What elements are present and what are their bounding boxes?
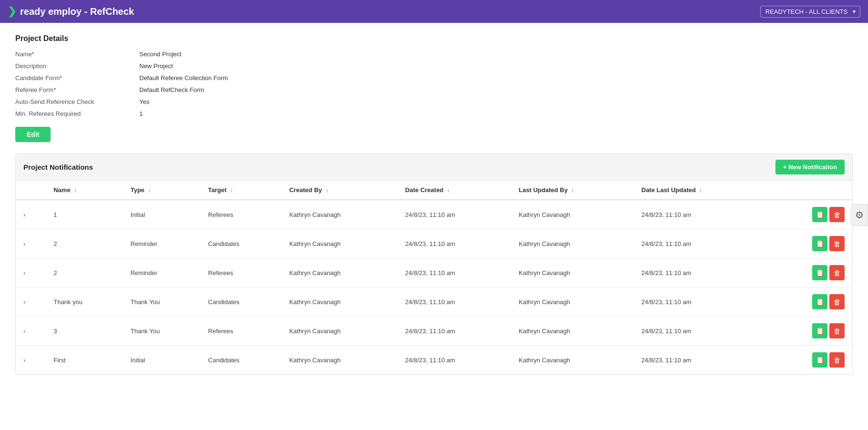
- actions-cell: 📋🗑: [774, 265, 845, 280]
- col-last-updated-by[interactable]: Last Updated By ↕: [511, 181, 634, 200]
- cell-created-by: Kathryn Cavanagh: [282, 229, 397, 258]
- delete-row-button[interactable]: 🗑: [829, 323, 845, 338]
- cell-last-updated-by: Kathryn Cavanagh: [511, 287, 634, 317]
- table-body: ›1InitialRefereesKathryn Cavanagh24/8/23…: [16, 200, 852, 374]
- delete-row-button[interactable]: 🗑: [829, 352, 845, 368]
- app-title: ready employ - RefCheck: [20, 6, 134, 17]
- detail-value: 1: [139, 110, 853, 117]
- detail-label: Name*: [15, 51, 139, 58]
- cell-target: Candidates: [200, 229, 282, 258]
- table-row: ›Thank youThank YouCandidatesKathryn Cav…: [16, 287, 852, 317]
- delete-row-button[interactable]: 🗑: [829, 294, 845, 309]
- detail-value: New Project: [139, 62, 853, 70]
- sort-name-icon: ↕: [74, 187, 77, 193]
- logo-arrow-icon: ❯: [8, 5, 16, 18]
- edit-row-button[interactable]: 📋: [812, 323, 827, 338]
- detail-label: Min. Referees Required: [15, 110, 139, 117]
- cell-date-created: 24/8/23, 11:10 am: [397, 200, 511, 229]
- cell-last-updated-by: Kathryn Cavanagh: [511, 229, 634, 258]
- delete-row-button[interactable]: 🗑: [829, 236, 845, 251]
- sort-date-last-updated-icon: ↕: [700, 187, 702, 193]
- actions-cell: 📋🗑: [774, 323, 845, 338]
- edit-row-button[interactable]: 📋: [812, 265, 827, 280]
- row-expand-button[interactable]: ›: [23, 328, 25, 335]
- cell-target: Referees: [200, 200, 282, 229]
- cell-name: First: [46, 346, 123, 375]
- detail-label: Candidate Form*: [15, 74, 139, 82]
- cell-target: Referees: [200, 317, 282, 346]
- row-expand-button[interactable]: ›: [23, 298, 25, 306]
- new-notification-button[interactable]: + New Notification: [775, 160, 845, 174]
- edit-button[interactable]: Edit: [15, 127, 51, 142]
- col-target[interactable]: Target ↕: [200, 181, 282, 200]
- project-details-section: Project Details Name*Second ProjectDescr…: [15, 34, 853, 142]
- row-expand-button[interactable]: ›: [23, 240, 25, 247]
- cell-type: Reminder: [123, 229, 200, 258]
- col-date-last-updated[interactable]: Date Last Updated ↕: [634, 181, 766, 200]
- cell-last-updated-by: Kathryn Cavanagh: [511, 317, 634, 346]
- detail-value: Yes: [139, 98, 853, 105]
- edit-row-button[interactable]: 📋: [812, 207, 827, 222]
- sort-target-icon: ↕: [230, 187, 233, 193]
- cell-name: 1: [46, 200, 123, 229]
- main-content: Project Details Name*Second ProjectDescr…: [0, 23, 868, 386]
- cell-date-last-updated: 24/8/23, 11:10 am: [634, 229, 766, 258]
- cell-date-last-updated: 24/8/23, 11:10 am: [634, 258, 766, 287]
- detail-label: Referee Form*: [15, 86, 139, 93]
- cell-name: 3: [46, 317, 123, 346]
- col-created-by[interactable]: Created By ↕: [282, 181, 397, 200]
- cell-date-created: 24/8/23, 11:10 am: [397, 229, 511, 258]
- delete-row-button[interactable]: 🗑: [829, 265, 845, 280]
- delete-row-button[interactable]: 🗑: [829, 207, 845, 222]
- notifications-section: Project Notifications + New Notification…: [15, 154, 853, 375]
- cell-last-updated-by: Kathryn Cavanagh: [511, 346, 634, 375]
- cell-created-by: Kathryn Cavanagh: [282, 258, 397, 287]
- col-expand: [16, 181, 46, 200]
- gear-icon[interactable]: ⚙: [851, 204, 868, 226]
- table-row: ›FirstInitialCandidatesKathryn Cavanagh2…: [16, 346, 852, 375]
- cell-name: 2: [46, 258, 123, 287]
- col-actions: [766, 181, 852, 200]
- cell-date-last-updated: 24/8/23, 11:10 am: [634, 200, 766, 229]
- row-expand-button[interactable]: ›: [23, 211, 25, 218]
- row-expand-button[interactable]: ›: [23, 357, 25, 364]
- table-row: ›2ReminderRefereesKathryn Cavanagh24/8/2…: [16, 258, 852, 287]
- col-date-created[interactable]: Date Created ↕: [397, 181, 511, 200]
- client-selector-wrapper[interactable]: READYTECH - ALL CLIENTS: [760, 6, 860, 18]
- edit-row-button[interactable]: 📋: [812, 236, 827, 251]
- sort-created-by-icon: ↕: [325, 187, 328, 193]
- edit-row-button[interactable]: 📋: [812, 294, 827, 309]
- detail-label: Description: [15, 62, 139, 70]
- col-type[interactable]: Type ↕: [123, 181, 200, 200]
- actions-cell: 📋🗑: [774, 352, 845, 368]
- cell-target: Candidates: [200, 287, 282, 317]
- cell-type: Thank You: [123, 287, 200, 317]
- client-selector[interactable]: READYTECH - ALL CLIENTS: [760, 6, 860, 18]
- project-details-title: Project Details: [15, 34, 853, 43]
- cell-date-last-updated: 24/8/23, 11:10 am: [634, 346, 766, 375]
- cell-created-by: Kathryn Cavanagh: [282, 287, 397, 317]
- table-header: Name ↕ Type ↕ Target ↕ Created By ↕ Date…: [16, 181, 852, 200]
- col-name[interactable]: Name ↕: [46, 181, 123, 200]
- cell-date-created: 24/8/23, 11:10 am: [397, 258, 511, 287]
- cell-created-by: Kathryn Cavanagh: [282, 200, 397, 229]
- sort-type-icon: ↕: [148, 187, 151, 193]
- cell-type: Thank You: [123, 317, 200, 346]
- sort-date-created-icon: ↕: [447, 187, 450, 193]
- detail-value: Default Referee Collection Form: [139, 74, 853, 82]
- table-header-row: Name ↕ Type ↕ Target ↕ Created By ↕ Date…: [16, 181, 852, 200]
- detail-value: Second Project: [139, 51, 853, 58]
- table-row: ›3Thank YouRefereesKathryn Cavanagh24/8/…: [16, 317, 852, 346]
- app-logo: ❯ ready employ - RefCheck: [8, 5, 134, 18]
- cell-type: Initial: [123, 346, 200, 375]
- cell-target: Referees: [200, 258, 282, 287]
- cell-type: Reminder: [123, 258, 200, 287]
- sort-last-updated-by-icon: ↕: [571, 187, 574, 193]
- row-expand-button[interactable]: ›: [23, 269, 25, 276]
- details-table: Name*Second ProjectDescriptionNew Projec…: [15, 51, 853, 117]
- edit-row-button[interactable]: 📋: [812, 352, 827, 368]
- cell-date-last-updated: 24/8/23, 11:10 am: [634, 317, 766, 346]
- actions-cell: 📋🗑: [774, 294, 845, 309]
- detail-value: Default RefCheck Form: [139, 86, 853, 93]
- app-header: ❯ ready employ - RefCheck READYTECH - AL…: [0, 0, 868, 23]
